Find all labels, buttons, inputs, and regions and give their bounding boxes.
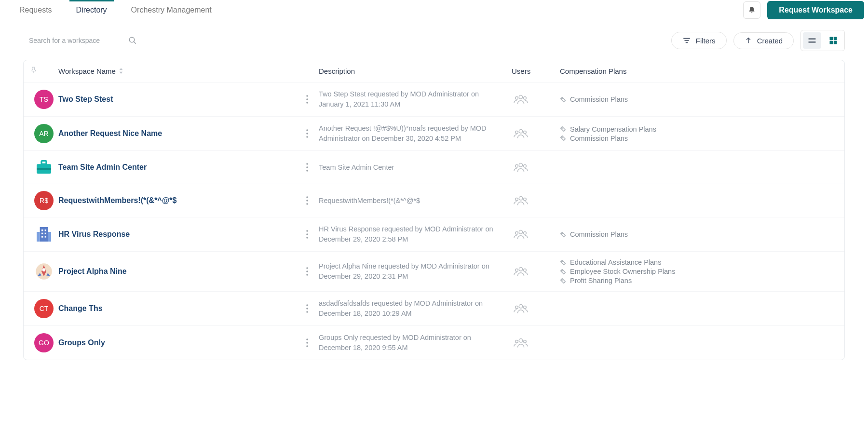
users-cell[interactable]: [512, 160, 560, 175]
name-cell: Another Request Nice Name: [58, 127, 319, 140]
toolbar: Filters Created: [0, 20, 868, 60]
plans-cell: Salary Compensation PlansCommission Plan…: [560, 125, 839, 142]
description-cell: Project Alpha Nine requested by MOD Admi…: [319, 261, 512, 282]
users-cell[interactable]: [512, 264, 560, 279]
svg-marker-13: [120, 72, 123, 74]
workspace-name-link[interactable]: RequestwithMembers!(*(&*^@*$: [58, 196, 176, 205]
request-workspace-button[interactable]: Request Workspace: [767, 1, 864, 19]
workspace-name-link[interactable]: Project Alpha Nine: [58, 267, 127, 276]
workspace-name-link[interactable]: Team Site Admin Center: [58, 163, 147, 172]
plan-tag-label: Commission Plans: [570, 230, 628, 238]
search-input[interactable]: [23, 33, 139, 48]
plan-tag: Employee Stock Ownership Plans: [560, 268, 839, 275]
more-vertical-icon: [306, 129, 308, 138]
plan-tag: Profit Sharing Plans: [560, 277, 839, 284]
col-workspace-name[interactable]: Workspace Name: [58, 67, 319, 75]
avatar-cell: R$: [29, 191, 58, 210]
name-cell: Two Step Stest: [58, 93, 319, 106]
svg-rect-6: [809, 38, 816, 40]
tag-icon: [560, 259, 566, 266]
users-cell[interactable]: [512, 193, 560, 208]
col-users[interactable]: Users: [512, 67, 560, 75]
more-vertical-icon: [306, 196, 308, 205]
tab-orchestry-management[interactable]: Orchestry Management: [131, 1, 212, 19]
row-menu-button[interactable]: [302, 93, 312, 106]
users-cell[interactable]: [512, 336, 560, 350]
more-vertical-icon: [306, 230, 308, 239]
users-cell[interactable]: [512, 227, 560, 242]
users-icon: [514, 193, 528, 208]
tag-icon: [560, 126, 566, 132]
row-menu-button[interactable]: [302, 336, 312, 350]
col-name-label: Workspace Name: [58, 67, 116, 75]
search-wrap: [23, 33, 139, 48]
name-cell: Project Alpha Nine: [58, 265, 319, 278]
filters-button[interactable]: Filters: [671, 32, 727, 49]
workspace-name-link[interactable]: Change Ths: [58, 304, 103, 313]
name-cell: Change Ths: [58, 302, 319, 315]
description-cell: RequestwithMembers!(*(&*^@*$: [319, 196, 512, 206]
svg-rect-7: [809, 41, 816, 43]
avatar-cell: [29, 262, 58, 281]
table-row: GOGroups OnlyGroups Only requested by MO…: [24, 325, 844, 360]
workspace-avatar: [34, 158, 54, 177]
top-bar: Requests Directory Orchestry Management …: [0, 0, 868, 20]
workspace-name-link[interactable]: Groups Only: [58, 338, 105, 347]
row-menu-button[interactable]: [302, 194, 312, 207]
list-view-button[interactable]: [803, 32, 821, 49]
plan-tag-label: Profit Sharing Plans: [570, 277, 632, 284]
users-cell[interactable]: [512, 126, 560, 141]
sort-button[interactable]: Created: [733, 32, 794, 49]
tab-requests[interactable]: Requests: [19, 1, 52, 19]
svg-marker-12: [120, 68, 123, 70]
workspace-avatar: TS: [34, 90, 54, 109]
table-row: R$RequestwithMembers!(*(&*^@*$Requestwit…: [24, 184, 844, 217]
avatar-cell: [29, 225, 58, 244]
filter-icon: [682, 36, 691, 45]
col-description[interactable]: Description: [319, 67, 512, 75]
more-vertical-icon: [306, 267, 308, 276]
row-menu-button[interactable]: [302, 302, 312, 315]
grid-view-button[interactable]: [824, 32, 842, 49]
building-icon: [34, 225, 54, 244]
briefcase-icon: [34, 158, 54, 177]
workspace-avatar: AR: [34, 124, 54, 143]
workspace-name-link[interactable]: Two Step Stest: [58, 95, 113, 104]
more-vertical-icon: [306, 95, 308, 104]
users-icon: [514, 227, 528, 242]
rocket-icon: [34, 262, 54, 281]
more-vertical-icon: [306, 338, 308, 347]
table-row: ARAnother Request Nice NameAnother Reque…: [24, 116, 844, 150]
avatar-cell: [29, 158, 58, 177]
users-cell[interactable]: [512, 301, 560, 316]
name-cell: RequestwithMembers!(*(&*^@*$: [58, 194, 319, 207]
workspace-name-link[interactable]: Another Request Nice Name: [58, 129, 162, 138]
plans-cell: Commission Plans: [560, 95, 839, 103]
description-cell: HR Virus Response requested by MOD Admin…: [319, 224, 512, 244]
workspace-name-link[interactable]: HR Virus Response: [58, 230, 130, 239]
col-compensation-plans[interactable]: Compensation Plans: [560, 67, 839, 75]
plans-cell: Educational Assistance PlansEmployee Sto…: [560, 258, 839, 284]
avatar-cell: TS: [29, 90, 58, 109]
tag-icon: [560, 269, 566, 275]
row-menu-button[interactable]: [302, 228, 312, 241]
toolbar-right: Filters Created: [671, 30, 845, 51]
description-cell: Two Step Stest requested by MOD Administ…: [319, 89, 512, 109]
workspace-avatar: [34, 262, 54, 281]
avatar-cell: AR: [29, 124, 58, 143]
users-cell[interactable]: [512, 92, 560, 107]
row-menu-button[interactable]: [302, 265, 312, 278]
table-header: Workspace Name Description Users Compens…: [24, 60, 844, 82]
plan-tag-label: Employee Stock Ownership Plans: [570, 268, 675, 275]
pin-column: [29, 66, 58, 76]
workspace-avatar: GO: [34, 333, 54, 352]
workspace-avatar: [34, 225, 54, 244]
tab-directory[interactable]: Directory: [76, 1, 107, 19]
row-menu-button[interactable]: [302, 127, 312, 140]
notifications-button[interactable]: [743, 1, 760, 19]
plans-cell: Commission Plans: [560, 230, 839, 238]
table-row: Project Alpha NineProject Alpha Nine req…: [24, 251, 844, 291]
row-menu-button[interactable]: [302, 161, 312, 174]
pin-icon: [29, 66, 38, 75]
plan-tag: Commission Plans: [560, 230, 839, 238]
